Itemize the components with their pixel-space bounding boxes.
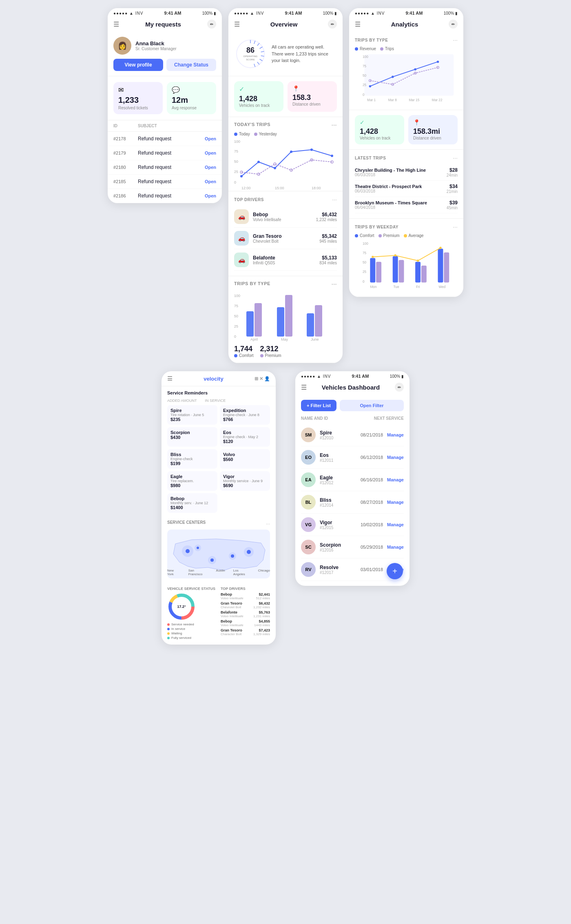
manage-button[interactable]: Manage <box>387 522 404 527</box>
page-title-3: Analytics <box>391 21 418 28</box>
hamburger-icon-5[interactable]: ☰ <box>301 383 307 391</box>
mini-drivers-list: Bebop Volvo Intellisafe $2,441 512 miles… <box>221 592 270 636</box>
todays-trips-title: TODAY'S TRIPS ··· <box>234 122 337 129</box>
row-status: Open <box>205 151 216 155</box>
city-sf: San Francisco <box>188 569 208 576</box>
status-bar-3: ●●●●● ▲ INV 9:41 AM 100% ▮ <box>349 8 463 18</box>
table-row[interactable]: #2179 Refund request Open <box>108 146 222 160</box>
manage-button[interactable]: Manage <box>387 545 404 550</box>
map-cities: New York San Francisco Austin Los Angele… <box>167 569 270 576</box>
vehicle-name: Eos <box>320 452 356 458</box>
hamburger-icon-1[interactable]: ☰ <box>113 20 119 28</box>
view-profile-button[interactable]: View profile <box>113 59 163 71</box>
more-options-6[interactable]: ··· <box>453 224 458 230</box>
vehicle-avatar: VG <box>301 517 316 532</box>
more-options-2[interactable]: ··· <box>332 196 337 203</box>
vehicles-metric: ✓ 1,428 Vehicles on track <box>234 81 283 112</box>
hamburger-v[interactable]: ☰ <box>167 375 173 382</box>
trip-cost: $34 21min <box>447 184 458 194</box>
svg-text:May: May <box>281 337 288 341</box>
table-row[interactable]: #2186 Refund request Open <box>108 189 222 203</box>
more-options-4[interactable]: ··· <box>453 37 458 43</box>
latest-trips-list: Chrysler Building - The High Line 06/03/… <box>355 164 458 213</box>
open-filter-button[interactable]: Open Filter <box>340 400 404 411</box>
vehicles-table-header: NAME AND ID NEXT SERVICE <box>301 416 404 421</box>
svg-line-7 <box>260 59 263 61</box>
svg-text:Mar 1: Mar 1 <box>367 98 376 102</box>
manage-button[interactable]: Manage <box>387 432 404 437</box>
more-options-5[interactable]: ··· <box>453 155 458 161</box>
service-item-amount: $430 <box>170 435 214 440</box>
vehicle-date: 08/27/2018 <box>361 500 383 505</box>
brand-name: velocity <box>204 376 223 382</box>
trips-legend-3: Trips <box>380 47 394 51</box>
vehicles-number: 1,428 <box>239 95 279 103</box>
more-options-1[interactable]: ··· <box>332 122 337 129</box>
vehicle-avatar: EA <box>301 472 316 487</box>
battery-2: 100% ▮ <box>323 11 337 16</box>
driver-miles: 1,232 miles <box>316 217 337 222</box>
svg-rect-39 <box>255 303 262 337</box>
driver-stats: $5,133 834 miles <box>319 255 337 265</box>
drivers-title: TOP DRIVERS <box>234 197 264 202</box>
row-id: #2178 <box>113 136 134 141</box>
mini-driver-name: Bebop <box>221 619 243 623</box>
nav-icon-1[interactable]: ✏ <box>207 20 216 29</box>
weekday-bar-chart: 0 25 50 75 100 <box>355 241 458 290</box>
service-reminders-title: Service Reminders <box>167 390 270 395</box>
nav-icon-2[interactable]: ✏ <box>328 20 337 29</box>
service-item-detail: Engine-check · June 8 <box>223 413 267 417</box>
profile-top: 👩 Anna Black Sr. Customer Manager <box>113 37 216 55</box>
weekday-legend: Comfort Premium Average <box>355 233 458 238</box>
svg-rect-43 <box>315 305 322 337</box>
analytics-line-chart-section: TRIPS BY TYPE ··· Revenue Trips 0 25 50 … <box>349 32 463 110</box>
table-row[interactable]: #2180 Refund request Open <box>108 160 222 175</box>
manage-button[interactable]: Manage <box>387 477 404 482</box>
vehicle-date: 03/01/2018 <box>361 567 383 572</box>
svg-text:100: 100 <box>234 294 240 298</box>
service-item-detail: Engine-check <box>170 457 214 461</box>
more-options-map[interactable]: ··· <box>266 521 270 527</box>
vehicle-row: EA Eagle #12012 06/16/2018 Manage <box>301 469 404 491</box>
svg-text:Mar 15: Mar 15 <box>409 98 419 102</box>
service-item-name: Volvo <box>223 452 267 457</box>
analytics-legend: Revenue Trips <box>355 47 458 51</box>
check-icon: ✓ <box>239 85 279 93</box>
service-item: Expedition Engine-check · June 8 $766 <box>220 405 270 425</box>
service-reminders-headers: ADDED AMOUNT IN SERVICE <box>167 399 270 403</box>
svg-rect-47 <box>365 54 454 96</box>
add-vehicle-fab[interactable]: + <box>387 563 403 579</box>
svg-point-95 <box>197 547 199 549</box>
analytics-check-icon: ✓ <box>360 119 399 126</box>
service-item-detail: Tire rotation · June 5 <box>170 413 214 417</box>
service-item-amount: $560 <box>223 457 267 462</box>
nav-icon-5[interactable]: ✏ <box>395 383 404 392</box>
hamburger-icon-3[interactable]: ☰ <box>355 20 361 28</box>
change-status-button[interactable]: Change Status <box>166 59 216 71</box>
vehicle-info: Spire #12010 <box>320 430 356 440</box>
svg-text:50: 50 <box>363 260 367 264</box>
vehicle-info: Resolve #12017 <box>320 565 356 575</box>
table-row[interactable]: #2185 Refund request Open <box>108 175 222 189</box>
service-item-name: Vigor <box>223 474 267 479</box>
status-bar-1: ●●●●● ▲ INV 9:41 AM 100% ▮ <box>108 8 222 18</box>
trip-date: 06/04/2018 <box>355 205 427 210</box>
svg-point-56 <box>437 61 439 63</box>
more-options-3[interactable]: ··· <box>332 281 337 288</box>
table-row[interactable]: #2178 Refund request Open <box>108 132 222 146</box>
vehicle-id: #12010 <box>320 436 356 440</box>
manage-button[interactable]: Manage <box>387 455 404 460</box>
overview-panel: ●●●●● ▲ INV 9:41 AM 100% ▮ ☰ Overview ✏ <box>228 8 343 363</box>
page-title-5: Vehicles Dashboard <box>322 384 380 391</box>
comfort-number: 1,744 <box>234 345 254 353</box>
row-status: Open <box>205 193 216 198</box>
mini-driver-row: Bebop Volvo Intellisafe $2,441 512 miles <box>221 592 270 600</box>
service-item: Spire Tire rotation · June 5 $235 <box>167 405 217 425</box>
nav-icon-3[interactable]: ✏ <box>449 20 458 29</box>
vehicle-id: #12016 <box>320 548 356 552</box>
manage-button[interactable]: Manage <box>387 500 404 505</box>
filter-list-button[interactable]: + Filter List <box>301 400 336 411</box>
vehicle-row: SC Scorpion #12016 05/29/2018 Manage <box>301 536 404 558</box>
row-id: #2179 <box>113 151 134 155</box>
hamburger-icon-2[interactable]: ☰ <box>234 20 240 28</box>
